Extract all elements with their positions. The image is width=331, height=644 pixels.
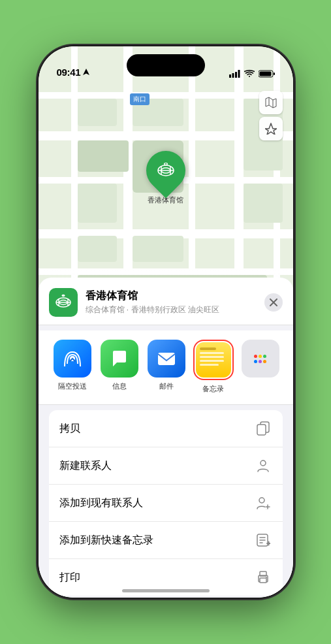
notes-icon: [196, 342, 231, 378]
mail-icon: [156, 349, 177, 368]
dot-yellow: [259, 355, 262, 358]
map-type-button[interactable]: [259, 91, 283, 114]
action-copy-label: 拷贝: [59, 422, 80, 436]
action-add-to-contact[interactable]: 添加到现有联系人: [49, 485, 283, 522]
svg-rect-5: [274, 72, 275, 75]
status-icons: [229, 70, 275, 78]
svg-rect-6: [259, 72, 271, 76]
action-new-contact[interactable]: 新建联系人: [49, 447, 283, 485]
messages-icon-wrap: [101, 340, 138, 378]
airdrop-icon-wrap: [54, 340, 91, 378]
dot-red: [254, 355, 257, 358]
action-quick-note[interactable]: 添加到新快速备忘录: [49, 522, 283, 559]
location-arrow-icon: [83, 69, 89, 76]
map-label: 南口: [130, 93, 150, 105]
notes-label: 备忘录: [202, 384, 224, 394]
mail-label: 邮件: [159, 381, 174, 391]
location-pin: 香港体育馆: [146, 151, 185, 205]
svg-point-28: [260, 460, 266, 466]
dot-green: [263, 355, 266, 358]
close-icon: [270, 298, 277, 306]
messages-label: 信息: [112, 381, 127, 391]
svg-point-42: [266, 577, 267, 578]
share-item-messages[interactable]: 信息: [96, 340, 143, 394]
quick-note-icon: [254, 531, 272, 549]
copy-icon: [254, 419, 272, 438]
airdrop-icon: [62, 348, 83, 369]
location-button[interactable]: [259, 117, 283, 140]
sheet-header: 香港体育馆 综合体育馆 · 香港特别行政区 油尖旺区: [39, 278, 293, 325]
print-icon: [254, 568, 272, 587]
dot-purple: [259, 360, 262, 363]
battery-icon: [259, 70, 275, 78]
svg-point-29: [259, 498, 264, 503]
bottom-sheet: 香港体育馆 综合体育馆 · 香港特别行政区 油尖旺区: [39, 278, 293, 598]
action-print-label: 打印: [59, 571, 80, 585]
venue-subtitle: 综合体育馆 · 香港特别行政区 油尖旺区: [86, 304, 257, 315]
svg-point-21: [61, 295, 65, 297]
notes-selection-border: [193, 340, 234, 380]
svg-rect-40: [260, 578, 266, 583]
dot-orange: [263, 360, 266, 363]
share-item-airdrop[interactable]: 隔空投送: [49, 340, 96, 394]
phone-screen: 09:41: [39, 46, 293, 598]
dynamic-island: [127, 54, 205, 76]
share-item-notes[interactable]: 备忘录: [190, 340, 237, 394]
new-contact-icon: [254, 457, 272, 475]
action-list: 拷贝 新建联系人: [49, 410, 283, 596]
home-indicator: [122, 589, 210, 592]
venue-name: 香港体育馆: [86, 289, 257, 303]
mail-icon-wrap: [148, 340, 185, 378]
svg-rect-2: [235, 72, 237, 78]
svg-rect-25: [158, 353, 175, 365]
airdrop-label: 隔空投送: [58, 381, 87, 391]
dot-blue: [254, 360, 257, 363]
action-new-contact-label: 新建联系人: [59, 459, 112, 473]
venue-icon: [49, 288, 78, 317]
share-item-mail[interactable]: 邮件: [143, 340, 190, 394]
status-time: 09:41: [57, 67, 81, 78]
venue-info: 香港体育馆 综合体育馆 · 香港特别行政区 油尖旺区: [86, 289, 257, 315]
stadium-icon: [156, 161, 176, 180]
action-quick-note-label: 添加到新快速备忘录: [59, 534, 153, 547]
svg-rect-3: [238, 70, 240, 78]
venue-stadium-icon: [54, 293, 72, 312]
messages-icon: [109, 348, 130, 369]
svg-rect-0: [229, 74, 231, 78]
action-add-contact-label: 添加到现有联系人: [59, 496, 143, 510]
more-icon-wrap: [242, 340, 279, 378]
share-item-more[interactable]: 更多: [237, 340, 284, 394]
signal-icon: [229, 70, 240, 78]
svg-rect-1: [232, 73, 234, 78]
action-copy[interactable]: 拷贝: [49, 410, 283, 447]
svg-rect-27: [257, 425, 266, 435]
share-row: 隔空投送 信息: [39, 330, 293, 405]
close-button[interactable]: [264, 293, 283, 312]
wifi-icon: [244, 70, 255, 78]
phone-frame: 09:41: [39, 46, 293, 598]
add-contact-icon: [254, 494, 272, 512]
map-controls: [259, 91, 283, 143]
